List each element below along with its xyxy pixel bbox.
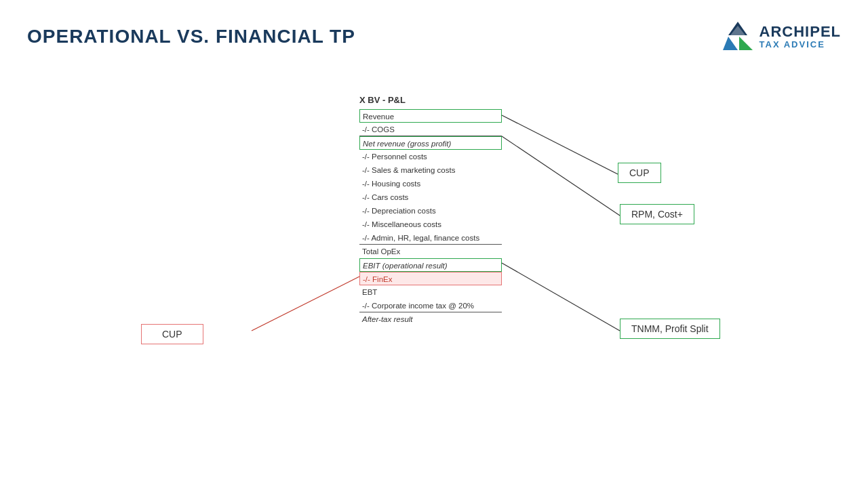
corp-tax-row: -/- Corporate income tax @ 20%: [359, 299, 502, 312]
housing-cell: -/- Housing costs: [359, 177, 502, 190]
gross-profit-cell: Net revenue (gross profit): [359, 136, 502, 150]
cup-left-box: CUP: [141, 324, 203, 344]
total-opex-cell: Total OpEx: [359, 245, 502, 258]
ebit-row: EBIT (operational result): [359, 258, 502, 272]
logo: ARCHIPEL TAX ADVICE: [722, 20, 841, 53]
personnel-row: -/- Personnel costs: [359, 150, 502, 163]
svg-marker-1: [723, 37, 738, 50]
cogs-row: -/- COGS: [359, 123, 502, 136]
svg-line-7: [252, 277, 359, 331]
ebt-cell: EBT: [359, 285, 502, 299]
admin-row: -/- Admin, HR, legal, finance costs: [359, 231, 502, 245]
logo-archipel-text: ARCHIPEL: [760, 24, 841, 40]
after-tax-row: After-tax result: [359, 312, 502, 326]
ebit-cell: EBIT (operational result): [359, 258, 502, 272]
logo-text: ARCHIPEL TAX ADVICE: [760, 24, 841, 49]
revenue-cell: Revenue: [359, 109, 502, 123]
cup-right-box: CUP: [618, 163, 661, 183]
header: OPERATIONAL VS. FINANCIAL TP ARCHIPEL TA…: [27, 20, 841, 53]
pl-table: X BV - P&L Revenue -/- COGS Net revenue …: [359, 95, 502, 326]
misc-row: -/- Miscellaneous costs: [359, 218, 502, 231]
total-opex-row: Total OpEx: [359, 245, 502, 258]
page-title: OPERATIONAL VS. FINANCIAL TP: [27, 26, 355, 47]
gross-profit-row: Net revenue (gross profit): [359, 136, 502, 150]
svg-line-6: [502, 263, 620, 331]
depreciation-row: -/- Depreciation costs: [359, 204, 502, 218]
diagram: X BV - P&L Revenue -/- COGS Net revenue …: [0, 95, 868, 488]
admin-cell: -/- Admin, HR, legal, finance costs: [359, 231, 502, 245]
housing-row: -/- Housing costs: [359, 177, 502, 190]
cars-cell: -/- Cars costs: [359, 190, 502, 204]
ebt-row: EBT: [359, 285, 502, 299]
svg-line-5: [502, 136, 620, 216]
cogs-cell: -/- COGS: [359, 123, 502, 136]
sales-cell: -/- Sales & marketing costs: [359, 163, 502, 177]
svg-marker-2: [739, 37, 753, 50]
logo-tax-text: TAX ADVICE: [760, 40, 841, 49]
corp-tax-cell: -/- Corporate income tax @ 20%: [359, 299, 502, 312]
after-tax-cell: After-tax result: [359, 312, 502, 326]
finex-row: -/- FinEx: [359, 272, 502, 285]
pl-title: X BV - P&L: [359, 95, 502, 105]
sales-row: -/- Sales & marketing costs: [359, 163, 502, 177]
depreciation-cell: -/- Depreciation costs: [359, 204, 502, 218]
svg-line-4: [502, 115, 618, 174]
tnmm-box: TNMM, Profit Split: [620, 319, 720, 339]
finex-cell: -/- FinEx: [359, 272, 502, 285]
misc-cell: -/- Miscellaneous costs: [359, 218, 502, 231]
personnel-cell: -/- Personnel costs: [359, 150, 502, 163]
revenue-row: Revenue: [359, 109, 502, 123]
rpm-cost-box: RPM, Cost+: [620, 204, 694, 224]
logo-icon: [722, 20, 754, 53]
cars-row: -/- Cars costs: [359, 190, 502, 204]
